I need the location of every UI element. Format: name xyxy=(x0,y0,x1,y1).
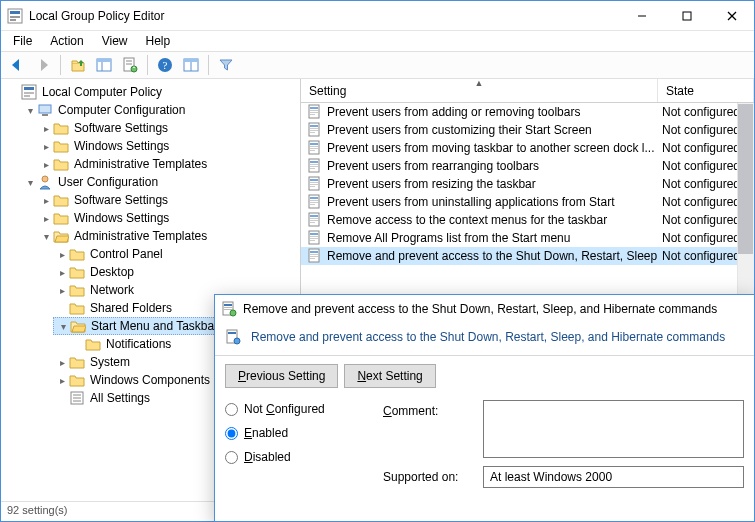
radio-not-configured[interactable]: Not Configured xyxy=(225,402,365,416)
setting-icon xyxy=(307,122,323,138)
list-row[interactable]: Remove access to the context menus for t… xyxy=(301,211,754,229)
policy-icon xyxy=(221,301,237,317)
svg-rect-1 xyxy=(10,11,20,14)
toolbar-separator xyxy=(147,55,148,75)
svg-rect-69 xyxy=(310,238,318,239)
next-setting-button[interactable]: Next Setting xyxy=(344,364,435,388)
radio-input[interactable] xyxy=(225,427,238,440)
expander-icon[interactable]: ▸ xyxy=(55,357,69,368)
svg-rect-24 xyxy=(39,105,51,113)
svg-rect-58 xyxy=(310,200,318,201)
tree-root[interactable]: Local Computer Policy xyxy=(5,83,298,101)
expander-icon[interactable]: ▸ xyxy=(55,375,69,386)
filter-button[interactable] xyxy=(214,53,238,77)
svg-rect-75 xyxy=(310,258,315,259)
setting-icon xyxy=(307,140,323,156)
list-row[interactable]: Prevent users from customizing their Sta… xyxy=(301,121,754,139)
tree-cc-windows-settings[interactable]: ▸Windows Settings xyxy=(37,137,298,155)
svg-rect-65 xyxy=(310,222,315,223)
expander-icon[interactable]: ▾ xyxy=(56,321,70,332)
menu-help[interactable]: Help xyxy=(138,32,179,50)
sort-asc-icon: ▲ xyxy=(475,78,484,88)
properties-button[interactable] xyxy=(118,53,142,77)
list-row[interactable]: Remove and prevent access to the Shut Do… xyxy=(301,247,754,265)
expander-icon[interactable]: ▸ xyxy=(39,159,53,170)
column-state[interactable]: State xyxy=(658,79,754,102)
radio-input[interactable] xyxy=(225,403,238,416)
list-row[interactable]: Prevent users from rearranging toolbarsN… xyxy=(301,157,754,175)
radio-enabled[interactable]: Enabled xyxy=(225,426,365,440)
column-label: Setting xyxy=(309,84,346,98)
help-button[interactable]: ? xyxy=(153,53,177,77)
menu-view[interactable]: View xyxy=(94,32,136,50)
minimize-button[interactable] xyxy=(619,1,664,30)
dialog-title: Remove and prevent access to the Shut Do… xyxy=(243,302,717,316)
tree-label: Computer Configuration xyxy=(56,103,187,117)
expander-icon[interactable]: ▾ xyxy=(23,105,37,116)
extended-view-button[interactable] xyxy=(179,53,203,77)
comment-field[interactable] xyxy=(483,400,744,458)
policy-icon xyxy=(21,84,37,100)
expander-icon[interactable]: ▸ xyxy=(39,195,53,206)
svg-rect-50 xyxy=(310,168,315,169)
forward-button[interactable] xyxy=(31,53,55,77)
expander-icon[interactable]: ▸ xyxy=(55,267,69,278)
expander-icon[interactable]: ▸ xyxy=(55,249,69,260)
tree-cc-software-settings[interactable]: ▸Software Settings xyxy=(37,119,298,137)
tree-uc-windows-settings[interactable]: ▸Windows Settings xyxy=(37,209,298,227)
svg-rect-67 xyxy=(310,233,318,235)
toolbar-separator xyxy=(60,55,61,75)
supported-value: At least Windows 2000 xyxy=(483,466,744,488)
tree-uc-software-settings[interactable]: ▸Software Settings xyxy=(37,191,298,209)
list-row[interactable]: Prevent users from resizing the taskbarN… xyxy=(301,175,754,193)
expander-icon[interactable]: ▸ xyxy=(55,285,69,296)
menu-file[interactable]: File xyxy=(5,32,40,50)
tree-label: Administrative Templates xyxy=(72,157,209,171)
expander-icon[interactable]: ▸ xyxy=(39,123,53,134)
list-row[interactable]: Prevent users from uninstalling applicat… xyxy=(301,193,754,211)
tree-desktop[interactable]: ▸Desktop xyxy=(53,263,298,281)
tree-computer-configuration[interactable]: ▾ Computer Configuration xyxy=(21,101,298,119)
svg-rect-71 xyxy=(309,249,319,262)
tree-user-configuration[interactable]: ▾ User Configuration xyxy=(21,173,298,191)
column-setting[interactable]: Setting ▲ xyxy=(301,79,658,102)
comment-row: Comment: xyxy=(383,400,744,458)
previous-setting-button[interactable]: Previous Setting xyxy=(225,364,338,388)
expander-icon[interactable]: ▾ xyxy=(39,231,53,242)
radio-disabled[interactable]: Disabled xyxy=(225,450,365,464)
list-row[interactable]: Prevent users from adding or removing to… xyxy=(301,103,754,121)
svg-rect-57 xyxy=(310,197,318,199)
dialog-banner: Remove and prevent access to the Shut Do… xyxy=(215,323,754,356)
menu-action[interactable]: Action xyxy=(42,32,91,50)
svg-rect-60 xyxy=(310,204,315,205)
dialog-titlebar[interactable]: Remove and prevent access to the Shut Do… xyxy=(215,295,754,323)
up-button[interactable] xyxy=(66,53,90,77)
expander-icon[interactable]: ▸ xyxy=(39,141,53,152)
svg-rect-47 xyxy=(310,161,318,163)
tree-control-panel[interactable]: ▸Control Panel xyxy=(53,245,298,263)
folder-icon xyxy=(53,192,69,208)
app-icon xyxy=(7,8,23,24)
menubar: File Action View Help xyxy=(1,31,754,51)
setting-icon xyxy=(307,248,323,264)
scroll-thumb[interactable] xyxy=(738,104,753,254)
list-row[interactable]: Remove All Programs list from the Start … xyxy=(301,229,754,247)
tree-uc-admin-templates[interactable]: ▾Administrative Templates xyxy=(37,227,298,245)
maximize-button[interactable] xyxy=(664,1,709,30)
svg-rect-9 xyxy=(97,59,111,62)
tree-cc-admin-templates[interactable]: ▸Administrative Templates xyxy=(37,155,298,173)
folder-icon xyxy=(69,264,85,280)
show-hide-tree-button[interactable] xyxy=(92,53,116,77)
svg-rect-55 xyxy=(310,186,315,187)
back-button[interactable] xyxy=(5,53,29,77)
expander-icon[interactable]: ▾ xyxy=(23,177,37,188)
status-text: 92 setting(s) xyxy=(7,504,68,516)
close-button[interactable] xyxy=(709,1,754,30)
svg-rect-44 xyxy=(310,148,318,149)
radio-input[interactable] xyxy=(225,451,238,464)
expander-icon[interactable]: ▸ xyxy=(39,213,53,224)
folder-open-icon xyxy=(70,318,86,334)
list-row[interactable]: Prevent users from moving taskbar to ano… xyxy=(301,139,754,157)
list-cell-setting: Prevent users from resizing the taskbar xyxy=(301,176,658,192)
list-cell-setting: Prevent users from moving taskbar to ano… xyxy=(301,140,658,156)
